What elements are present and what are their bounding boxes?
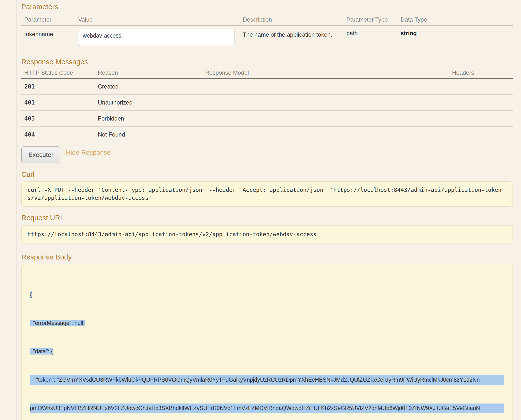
- response-body-heading: Response Body: [21, 253, 513, 261]
- hide-response-link[interactable]: Hide Response: [66, 149, 111, 156]
- status-reason: Forbidden: [98, 115, 205, 122]
- col-header-parameter: Parameter: [21, 16, 78, 23]
- request-url-heading: Request URL: [21, 214, 513, 222]
- curl-command-box: curl -X PUT --header 'Content-Type: appl…: [21, 181, 513, 207]
- response-messages-table-header: HTTP Status Code Reason Response Model H…: [21, 69, 513, 79]
- col-header-http-status-code: HTTP Status Code: [21, 69, 98, 76]
- json-line: "token": "ZGVmYXVsdCU3RWFkbWluOkFQUFRPS0…: [30, 375, 504, 385]
- api-operation-panel: Parameters Parameter Value Description P…: [0, 3, 521, 420]
- json-line: {: [30, 290, 504, 299]
- status-code: 404: [21, 131, 98, 138]
- curl-heading: Curl: [21, 170, 513, 178]
- request-url-box: https://localhost:8443/admin-api/applica…: [21, 225, 513, 243]
- parameter-value-cell: [78, 29, 243, 46]
- parameters-table-header: Parameter Value Description Parameter Ty…: [21, 16, 513, 25]
- json-line: "errorMessage": null,: [30, 318, 504, 328]
- table-row: 403 Forbidden: [21, 111, 513, 127]
- status-code: 403: [21, 115, 98, 122]
- col-header-data-type: Data Type: [401, 16, 513, 23]
- col-header-parameter-type: Parameter Type: [346, 16, 401, 23]
- status-reason: Created: [98, 83, 205, 90]
- response-messages-heading: Response Messages: [21, 58, 513, 66]
- response-body-json: { "errorMessage": null, "data": { "token…: [30, 271, 504, 420]
- status-code: 201: [21, 83, 98, 90]
- status-reason: Unauthorized: [98, 99, 205, 106]
- json-line: pmQWhkU3FpNVFBZHRNUEx6V2tIZUowcGhJaHc3SX…: [30, 404, 504, 413]
- parameter-data-type-value: string: [401, 29, 513, 46]
- tokenname-input[interactable]: [78, 29, 235, 46]
- parameter-name: tokenname: [21, 29, 78, 46]
- response-body-box: { "errorMessage": null, "data": { "token…: [21, 264, 513, 420]
- parameter-type-value: path: [346, 29, 401, 46]
- col-header-reason: Reason: [98, 69, 205, 76]
- table-row: tokenname The name of the application to…: [21, 25, 513, 46]
- col-header-value: Value: [78, 16, 243, 23]
- parameter-description: The name of the application token.: [243, 29, 346, 46]
- col-header-response-model: Response Model: [205, 69, 452, 76]
- status-code: 401: [21, 99, 98, 106]
- status-reason: Not Found: [98, 131, 205, 138]
- table-row: 401 Unauthorized: [21, 95, 513, 111]
- col-header-description: Description: [243, 16, 346, 23]
- parameters-heading: Parameters: [21, 3, 513, 11]
- execute-row: Execute! Hide Response: [21, 146, 513, 163]
- table-row: 201 Created: [21, 79, 513, 95]
- table-row: 404 Not Found: [21, 127, 513, 143]
- json-line: "data": {: [30, 347, 504, 356]
- col-header-headers: Headers: [452, 69, 513, 76]
- execute-button[interactable]: Execute!: [21, 146, 60, 163]
